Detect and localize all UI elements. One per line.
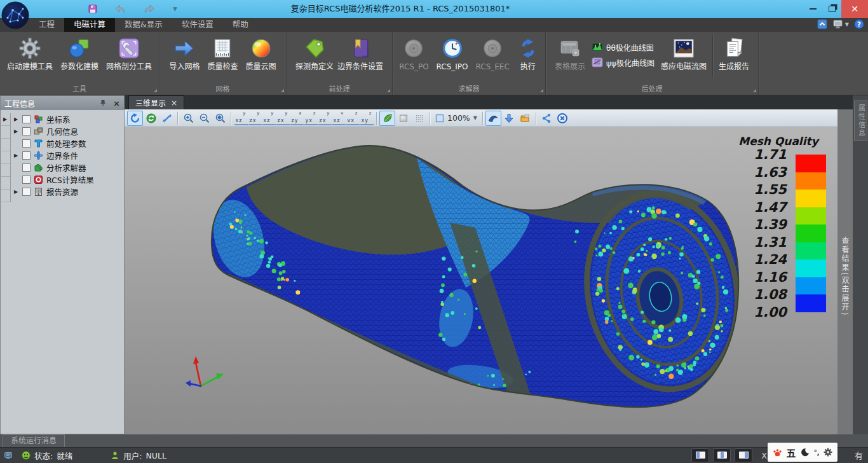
view-xz-button[interactable]: yxz [262, 111, 276, 125]
close-tab-icon[interactable]: × [171, 99, 177, 107]
group-expand-icon[interactable] [387, 89, 390, 92]
tree-item-geometry-info[interactable]: ▶ 几何信息 [10, 125, 123, 137]
results-side-strip: 查看结果(双击展开) [837, 95, 853, 434]
checkbox[interactable] [22, 188, 31, 196]
view-xy-button[interactable]: zxy [360, 111, 374, 125]
group-expand-icon[interactable] [154, 89, 157, 92]
restore-button[interactable] [822, 0, 841, 18]
tree-item-preprocess-params[interactable]: 前处理参数 [10, 137, 123, 149]
chevron-right-icon[interactable]: ▶ [13, 153, 19, 158]
help-icon[interactable] [854, 19, 864, 29]
monitor-icon[interactable] [4, 451, 13, 460]
menu-tab-settings[interactable]: 软件设置 [172, 18, 223, 32]
group-expand-icon[interactable] [540, 89, 543, 92]
chevron-right-icon[interactable]: ▶ [13, 189, 19, 195]
pin-icon[interactable] [99, 99, 107, 107]
table-display-button[interactable]: 表格展示 [551, 34, 589, 73]
checkbox[interactable] [22, 163, 31, 172]
wireframe-dots-icon[interactable] [411, 111, 427, 126]
quality-cloud-button[interactable]: 质量云图 [242, 34, 280, 73]
legend-value: 1.39 [731, 218, 787, 232]
checkbox[interactable] [22, 115, 31, 123]
close-button[interactable]: ✕ [841, 0, 868, 18]
parametric-modeling-button[interactable]: 参数化建模 [57, 34, 102, 73]
probe-angle-button[interactable]: 探测角定义 [294, 34, 336, 73]
checkbox[interactable] [22, 151, 31, 160]
view-yx-button[interactable]: zyx [304, 111, 318, 125]
minimize-button[interactable] [803, 0, 822, 18]
view-zx-button[interactable]: yzx [318, 111, 332, 125]
psi-polarization-curve-button[interactable]: ψψ极化曲线图 [592, 57, 654, 68]
paw-icon[interactable] [773, 448, 782, 457]
launch-modeler-button[interactable]: 启动建模工具 [3, 34, 57, 73]
export-folder-icon[interactable] [517, 111, 533, 126]
close-icon[interactable]: × [113, 99, 120, 108]
moon-icon[interactable] [801, 448, 810, 457]
view-vx-button[interactable]: zvx [346, 111, 360, 125]
down-arrow-icon[interactable] [501, 111, 517, 126]
tab-system-messages[interactable]: 系统运行消息 [3, 434, 65, 447]
tree-item-boundary-conditions[interactable]: ▶ 边界条件 [10, 149, 123, 162]
theta-polarization-curve-button[interactable]: θθ极化曲线图 [592, 41, 654, 53]
execute-button[interactable]: 执行 [513, 34, 543, 73]
share-icon[interactable] [539, 111, 555, 126]
fit-arrow-icon[interactable] [159, 111, 175, 126]
chevron-right-icon[interactable]: ▶ [13, 116, 19, 122]
mesh-tool-button[interactable]: 网格剖分工具 [102, 34, 156, 73]
menu-tab-data-display[interactable]: 数据&显示 [115, 18, 172, 32]
app-logo[interactable] [1, 1, 29, 29]
rcs-po-button[interactable]: RCS_PO [395, 34, 432, 73]
zoom-level-control[interactable]: 100% ▼ [433, 113, 480, 123]
induced-current-map-button[interactable]: 感应电磁流图 [657, 34, 710, 73]
gear-icon[interactable] [824, 448, 832, 457]
view-zx-button[interactable]: yzx [276, 111, 290, 125]
menu-tab-em-compute[interactable]: 电磁计算 [64, 18, 115, 32]
tree-item-report-resources[interactable]: ▶ 报告资源 [10, 186, 123, 198]
tree-item-coordinate-system[interactable]: ▶ 坐标系 [10, 113, 123, 125]
menu-tab-help[interactable]: 帮助 [223, 18, 258, 32]
generate-report-button[interactable]: 生成报告 [715, 34, 753, 73]
view-zx-button[interactable]: yzx [248, 111, 262, 125]
quality-check-button[interactable]: 质量检查 [203, 34, 241, 73]
checkbox[interactable] [22, 176, 31, 184]
rcs-ipo-button[interactable]: RCS_IPO [433, 34, 472, 73]
layout-left-icon[interactable] [691, 448, 709, 462]
input-method-bar[interactable]: 五 °, [768, 443, 837, 462]
zoom-in-icon[interactable] [180, 111, 196, 126]
layout-right-icon[interactable] [735, 448, 752, 462]
checkbox[interactable] [22, 127, 31, 135]
orbit-icon[interactable] [485, 111, 501, 126]
refresh-icon[interactable] [143, 111, 159, 126]
view-results-label[interactable]: 查看结果(双击展开) [839, 237, 850, 316]
boundary-settings-button[interactable]: 边界条件设置 [336, 34, 385, 73]
tree-item-analysis-solver[interactable]: 分析求解器 [10, 162, 123, 174]
ime-mode-label[interactable]: 五 [787, 446, 796, 459]
tab-properties-info[interactable]: 属性信息 [854, 100, 867, 141]
ribbon-group-preprocess: 探测角定义 边界条件设置 前处理 [287, 32, 393, 95]
punctuation-icon[interactable]: °, [814, 449, 820, 456]
display-icon[interactable]: ▼ [832, 19, 849, 29]
chevron-down-icon[interactable]: ▼ [473, 115, 477, 121]
view-zy-button[interactable]: xzy [290, 111, 304, 125]
import-mesh-button[interactable]: 导入网格 [165, 34, 203, 73]
chevron-right-icon[interactable]: ▶ [13, 128, 19, 134]
shaded-box-icon[interactable] [395, 111, 411, 126]
leaf-icon[interactable] [379, 111, 395, 126]
collapse-ribbon-icon[interactable] [817, 19, 827, 29]
legend-value: 1.71 [731, 148, 787, 162]
chevron-right-icon[interactable]: ▶ [3, 116, 7, 122]
zoom-extent-icon[interactable] [212, 111, 228, 126]
zoom-out-icon[interactable] [196, 111, 212, 126]
cancel-icon[interactable] [555, 111, 571, 126]
checkbox[interactable] [22, 139, 31, 148]
group-expand-icon[interactable] [753, 89, 756, 92]
group-expand-icon[interactable] [281, 89, 284, 92]
view-xz-button[interactable]: vxz [332, 111, 346, 125]
rcs-eec-button[interactable]: RCS_EEC [472, 34, 513, 73]
tree-item-rcs-results[interactable]: RCS计算结果 [10, 174, 123, 186]
view-xz-button[interactable]: yxz [234, 111, 248, 125]
tab-3d-display[interactable]: 三维显示 × [128, 95, 184, 109]
menu-tab-project[interactable]: 工程 [29, 18, 64, 32]
rotate-icon[interactable] [127, 111, 143, 126]
layout-center-icon[interactable] [713, 448, 731, 462]
